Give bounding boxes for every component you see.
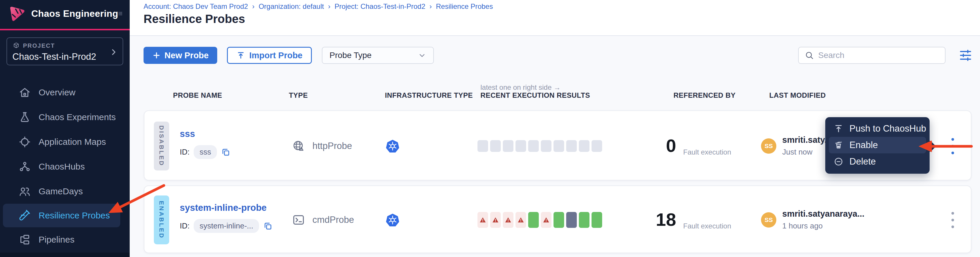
status-badge: ENABLED	[154, 195, 169, 244]
copy-icon[interactable]	[263, 221, 273, 231]
sidebar-item-label: GameDays	[38, 186, 83, 196]
test-tube-icon	[18, 209, 31, 222]
kubernetes-icon	[385, 139, 400, 153]
execution-tile-fail	[515, 212, 526, 228]
sidebar-nav: OverviewChaos ExperimentsApplication Map…	[0, 80, 130, 252]
row-actions-menu-button[interactable]	[947, 132, 958, 160]
probe-type-cell: httpProbe	[292, 139, 352, 153]
sidebar-item-gamedays[interactable]: GameDays	[0, 179, 130, 204]
recent-executions	[477, 212, 602, 228]
context-menu: Push to ChaosHubEnableDelete	[825, 117, 930, 174]
brand: Chaos Engineering	[8, 4, 123, 23]
modified-time: 1 hours ago	[782, 221, 822, 230]
column-header-referenced-by: REFERENCED BY	[673, 91, 736, 100]
execution-tile-na	[566, 212, 577, 228]
menu-item-enable[interactable]: Enable	[829, 137, 926, 153]
probe-type-label: httpProbe	[312, 141, 352, 151]
breadcrumb: Account: Chaos Dev Team Prod2›Organizati…	[143, 2, 493, 11]
upload-icon	[834, 124, 843, 134]
new-probe-button[interactable]: New Probe	[143, 47, 217, 64]
menu-item-push-to-chaoshub[interactable]: Push to ChaosHub	[829, 121, 926, 137]
execution-tile-none	[528, 140, 539, 152]
row-actions-menu-button[interactable]	[947, 206, 958, 234]
recent-executions	[477, 140, 602, 152]
copy-icon[interactable]	[221, 148, 231, 157]
execution-tile-none	[541, 140, 552, 152]
sidebar-item-pipelines[interactable]: Pipelines	[0, 227, 130, 252]
probe-id-value: sss	[194, 145, 217, 159]
sidebar-item-chaoshubs[interactable]: ChaosHubs	[0, 154, 130, 179]
home-icon	[18, 86, 31, 99]
plus-icon	[152, 51, 161, 60]
latest-run-note: latest one on right side →	[480, 83, 561, 92]
search-box	[798, 47, 945, 64]
breadcrumb-link[interactable]: Organization: default	[258, 2, 324, 11]
probe-type-label: cmdProbe	[312, 214, 354, 225]
sidebar-item-resilience-probes[interactable]: Resilience Probes	[3, 204, 120, 227]
users-icon	[18, 185, 31, 198]
execution-tile-fail	[541, 212, 552, 228]
chaos-engineering-logo-icon	[8, 5, 27, 22]
brand-accent-divider	[0, 29, 130, 30]
column-header-infrastructure-type: INFRASTRUCTURE TYPE	[385, 91, 473, 100]
brand-title: Chaos Engineering	[31, 8, 118, 19]
chevron-down-icon	[418, 51, 426, 59]
sidebar-item-overview[interactable]: Overview	[0, 80, 130, 105]
avatar: SS	[761, 212, 776, 228]
probe-id: ID: system-inline-...	[180, 219, 273, 233]
project-selector[interactable]: PROJECT Chaos-Test-in-Prod2	[6, 37, 123, 65]
probe-type-dropdown[interactable]: Probe Type	[322, 47, 434, 64]
column-header-probe-name: PROBE NAME	[173, 91, 222, 100]
avatar: SS	[761, 138, 776, 154]
sidebar-item-label: Pipelines	[38, 235, 75, 244]
modified-by: smriti.saty...	[782, 135, 832, 145]
sidebar-item-label: Resilience Probes	[38, 211, 110, 221]
trash-icon	[834, 140, 843, 150]
execution-tile-fail	[503, 212, 514, 228]
import-probe-button[interactable]: Import Probe	[227, 47, 312, 64]
referenced-by-count: 0	[622, 136, 676, 155]
execution-tile-pass	[592, 212, 602, 228]
main-content: Account: Chaos Dev Team Prod2›Organizati…	[130, 0, 980, 257]
referenced-by-label: Fault execution	[683, 148, 731, 156]
column-header-type: TYPE	[289, 91, 308, 100]
kubernetes-icon	[385, 213, 400, 227]
pipeline-icon	[18, 233, 31, 246]
sidebar-item-chaos-experiments[interactable]: Chaos Experiments	[0, 105, 130, 130]
globe-icon	[292, 139, 305, 153]
breadcrumb-link[interactable]: Resilience Probes	[436, 2, 493, 11]
sidebar-item-application-maps[interactable]: Application Maps	[0, 130, 130, 154]
probe-name-link[interactable]: sss	[180, 128, 195, 139]
sidebar-item-label: Chaos Experiments	[38, 112, 116, 122]
column-header-last-modified: LAST MODIFIED	[769, 91, 826, 100]
probe-id-value: system-inline-...	[194, 219, 259, 233]
search-input[interactable]	[818, 51, 939, 60]
flask-icon	[18, 111, 31, 124]
breadcrumb-link[interactable]: Project: Chaos-Test-in-Prod2	[334, 2, 425, 11]
page-title: Resilience Probes	[143, 13, 245, 25]
execution-tile-none	[515, 140, 526, 152]
column-header-recent-executions: RECENT EXECUTION RESULTS	[480, 91, 590, 100]
menu-item-label: Push to ChaosHub	[850, 123, 926, 134]
cube-icon	[13, 42, 20, 49]
filter-icon[interactable]	[958, 48, 973, 62]
execution-tile-pass	[528, 212, 539, 228]
probe-id: ID: sss	[180, 145, 231, 159]
import-icon	[236, 51, 245, 60]
app-root: Chaos Engineering PROJECT	[0, 0, 980, 257]
app-grid-icon[interactable]	[118, 7, 123, 20]
probe-name-link[interactable]: system-inline-probe	[180, 203, 267, 213]
status-badge: DISABLED	[154, 122, 169, 170]
sidebar-footer-divider	[0, 252, 130, 257]
execution-tile-fail	[477, 212, 488, 228]
probe-row: ENABLED system-inline-probe ID: system-i…	[144, 186, 972, 253]
modified-time: Just now	[782, 148, 813, 157]
execution-tile-pass	[579, 212, 589, 228]
breadcrumb-separator: ›	[252, 2, 255, 11]
menu-item-delete[interactable]: Delete	[829, 153, 926, 170]
network-icon	[18, 160, 31, 173]
execution-tile-none	[566, 140, 577, 152]
menu-item-label: Enable	[850, 140, 878, 151]
breadcrumb-link[interactable]: Account: Chaos Dev Team Prod2	[143, 2, 248, 11]
sidebar-item-label: Overview	[38, 87, 75, 97]
